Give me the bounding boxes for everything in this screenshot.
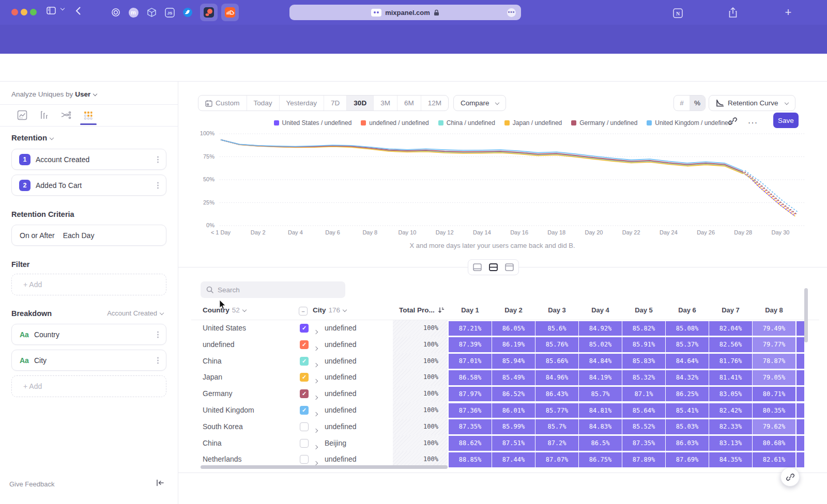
retention-cell[interactable]: 86.25%	[666, 387, 709, 402]
row-expand-icon[interactable]	[314, 343, 317, 352]
window-close-button[interactable]	[11, 9, 18, 15]
criteria-card[interactable]: On or After Each Day	[11, 225, 166, 246]
horizontal-scrollbar[interactable]	[201, 465, 448, 469]
criteria-value[interactable]: Each Day	[63, 231, 95, 240]
row-expand-icon[interactable]	[314, 326, 317, 336]
window-minimize-button[interactable]	[21, 9, 27, 15]
retention-cell[interactable]: 86.19%	[492, 337, 535, 352]
back-icon[interactable]	[75, 7, 81, 15]
tab-retention-icon[interactable]	[80, 107, 96, 123]
step-card-2[interactable]: 2 Added To Cart	[11, 175, 166, 196]
breakdown-property[interactable]: City	[34, 356, 47, 365]
day-column-header[interactable]: Day 2	[492, 306, 535, 314]
share-link-fab[interactable]	[780, 467, 800, 486]
retention-cell[interactable]: 79.05%	[753, 370, 795, 385]
retention-cell[interactable]: 87.39%	[449, 337, 492, 352]
row-expand-icon[interactable]	[314, 359, 317, 369]
retention-cell[interactable]: 84.83%	[579, 419, 622, 434]
retention-cell[interactable]: 88.85%	[449, 452, 492, 467]
criteria-operator[interactable]: On or After	[20, 231, 55, 240]
retention-cell[interactable]: 86.58%	[449, 370, 492, 385]
row-expand-icon[interactable]	[314, 392, 317, 401]
retention-cell[interactable]: 83.05%	[709, 387, 752, 402]
retention-cell[interactable]: 85.49%	[492, 370, 535, 385]
breakdown-menu-icon[interactable]	[157, 356, 159, 365]
retention-cell[interactable]: 86.5%	[579, 436, 622, 451]
row-expand-icon[interactable]	[314, 442, 317, 451]
row-expand-icon[interactable]	[314, 375, 317, 385]
tab-funnels-icon[interactable]	[36, 107, 52, 123]
tab-favicon-cube[interactable]	[145, 6, 158, 19]
retention-cell[interactable]: 86.43%	[535, 387, 578, 402]
chevron-down-icon[interactable]	[61, 7, 64, 10]
day-column-header[interactable]: Day 1	[449, 306, 492, 314]
retention-cell[interactable]: 79.49%	[753, 321, 795, 336]
retention-cell[interactable]: 87.21%	[449, 321, 492, 336]
row-expand-icon[interactable]	[314, 425, 317, 434]
retention-cell[interactable]: 85.82%	[622, 321, 665, 336]
retention-cell[interactable]: 84.35%	[709, 452, 752, 467]
retention-cell[interactable]: 84.84%	[579, 354, 622, 369]
day-column-header[interactable]: Day 4	[579, 306, 622, 314]
retention-cell[interactable]: 78.87%	[753, 354, 795, 369]
retention-cell[interactable]: 87.35%	[449, 419, 492, 434]
retention-cell[interactable]: 87.35%	[622, 436, 665, 451]
retention-cell[interactable]: 85.7%	[535, 419, 578, 434]
step-event-name[interactable]: Account Created	[36, 155, 89, 164]
retention-cell[interactable]: 85.08%	[666, 321, 709, 336]
breakdown-menu-icon[interactable]	[157, 330, 159, 339]
retention-cell[interactable]: 86.01%	[492, 403, 535, 418]
step-event-name[interactable]: Added To Cart	[36, 181, 82, 190]
retention-cell[interactable]: 80.68%	[753, 436, 795, 451]
row-expand-icon[interactable]	[314, 408, 317, 418]
sidebar-toggle-icon[interactable]	[47, 7, 56, 14]
filter-add-button[interactable]: + Add	[11, 274, 166, 295]
step-card-1[interactable]: 1 Account Created	[11, 149, 166, 170]
row-checkbox[interactable]: ✓	[300, 324, 309, 333]
day-column-header[interactable]: Day 3	[535, 306, 578, 314]
breakdown-scope-selector[interactable]: Account Created	[107, 309, 163, 317]
retention-cell[interactable]: 79.62%	[753, 419, 795, 434]
retention-cell[interactable]: 86.03%	[666, 436, 709, 451]
tab-favicon-m[interactable]: m	[127, 6, 140, 19]
retention-cell[interactable]: 87.36%	[449, 403, 492, 418]
day-column-header[interactable]: Day 6	[666, 306, 709, 314]
row-checkbox[interactable]	[300, 422, 309, 431]
retention-cell[interactable]: 85.02%	[579, 337, 622, 352]
window-zoom-button[interactable]	[30, 9, 37, 15]
row-checkbox[interactable]	[300, 439, 309, 448]
retention-cell[interactable]: 85.32%	[622, 370, 665, 385]
retention-cell[interactable]: 85.76%	[535, 337, 578, 352]
day-column-header[interactable]: Day 7	[709, 306, 752, 314]
select-all-checkbox[interactable]: –	[299, 307, 308, 316]
retention-cell[interactable]: 81.41%	[709, 370, 752, 385]
collapse-sidebar-icon[interactable]	[156, 479, 164, 489]
retention-cell[interactable]: 82.61%	[753, 452, 795, 467]
retention-cell[interactable]: 85.77%	[535, 403, 578, 418]
tab-insights-icon[interactable]	[14, 107, 30, 123]
retention-cell[interactable]: 87.44%	[492, 452, 535, 467]
retention-cell[interactable]: 84.32%	[666, 370, 709, 385]
retention-cell[interactable]: 87.97%	[449, 387, 492, 402]
retention-cell[interactable]: 85.7%	[579, 387, 622, 402]
total-column-header[interactable]: Total Pro...	[399, 306, 445, 314]
tab-favicon-js[interactable]: JS	[163, 6, 176, 19]
retention-cell[interactable]: 81.76%	[709, 354, 752, 369]
retention-cell[interactable]: 85.99%	[492, 419, 535, 434]
retention-cell[interactable]: 85.41%	[666, 403, 709, 418]
retention-cell[interactable]: 86.75%	[579, 452, 622, 467]
vertical-scrollbar[interactable]	[804, 288, 808, 342]
breakdown-property[interactable]: Country	[34, 330, 59, 339]
retention-cell[interactable]: 82.04%	[709, 321, 752, 336]
city-column-header[interactable]: City176	[313, 306, 346, 314]
step-menu-icon[interactable]	[157, 181, 159, 190]
retention-cell[interactable]: 85.37%	[666, 337, 709, 352]
retention-cell[interactable]: 80.35%	[753, 403, 795, 418]
retention-cell[interactable]: 87.01%	[449, 354, 492, 369]
retention-cell[interactable]: 85.83%	[622, 354, 665, 369]
day-column-header[interactable]: Day 5	[622, 306, 665, 314]
retention-section-title[interactable]: Retention	[11, 133, 53, 142]
retention-cell[interactable]: 87.2%	[535, 436, 578, 451]
retention-cell[interactable]: 85.91%	[622, 337, 665, 352]
retention-cell[interactable]: 85.94%	[492, 354, 535, 369]
